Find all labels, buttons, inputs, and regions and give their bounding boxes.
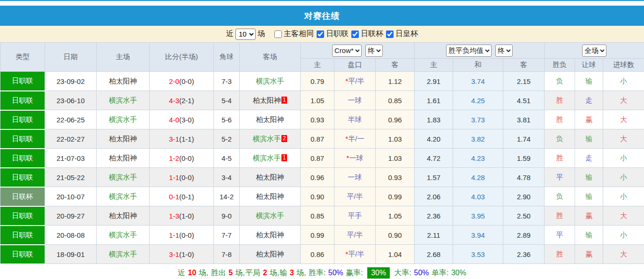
summary-segment: 场, xyxy=(233,268,245,278)
subcol-mean-away: 客 xyxy=(503,59,545,72)
away-odds: 1.04 xyxy=(376,245,415,264)
away-team-name: 横滨水手 xyxy=(253,154,281,162)
full-time-score: 4-3 xyxy=(169,97,179,105)
half-time-score: (0-0) xyxy=(179,231,194,239)
bookmaker-select[interactable]: Crow* xyxy=(332,45,362,57)
corner-score: 7-8 xyxy=(214,245,240,264)
same-home-away-checkbox[interactable] xyxy=(274,30,282,38)
mean-away-odds: 1.59 xyxy=(503,149,545,168)
summary-segment: 场, xyxy=(197,268,210,278)
league-toggle-league-cup[interactable]: 日联杯 xyxy=(350,29,383,39)
full-time-score: 4-0 xyxy=(169,116,179,124)
summary-segment: 30% xyxy=(367,267,390,279)
mean-select-group: 胜平负均值 终 xyxy=(415,43,545,59)
result-winloss: 胜 xyxy=(545,206,575,226)
away-team-cell: 柏太阳神 xyxy=(240,110,301,129)
match-row: 日职联 23-06-10 横滨水手 4-3(2-1) 5-4 柏太阳神1 1.0… xyxy=(0,91,644,110)
mean-type-select[interactable]: 胜平负均值 xyxy=(446,45,492,57)
mean-draw-odds: 4.03 xyxy=(453,187,503,206)
home-odds: 0.85 xyxy=(301,206,334,226)
handicap-line: 平/半 xyxy=(348,77,364,85)
section-title-bar: 对赛往绩 xyxy=(0,6,644,26)
away-odds: 0.96 xyxy=(376,110,415,129)
recent-count-select[interactable]: 10 xyxy=(235,29,256,40)
mean-draw-odds: 3.74 xyxy=(453,72,503,91)
away-team-name: 柏太阳神 xyxy=(256,231,284,239)
away-team-name: 横滨水手 xyxy=(256,211,284,219)
col-header-date: 日期 xyxy=(45,43,97,72)
half-time-score: (3-0) xyxy=(179,116,194,124)
full-time-score: 2-0 xyxy=(169,77,179,85)
subcol-winloss: 胜负 xyxy=(545,59,575,72)
col-header-corner: 角球 xyxy=(214,43,240,72)
mean-draw-odds: 3.82 xyxy=(453,129,503,149)
away-team-cell: 横滨水手 xyxy=(240,206,301,226)
home-team-name: 柏太阳神 xyxy=(109,135,137,143)
league-toggle-j1[interactable]: 日职联 xyxy=(316,29,349,39)
away-team-cell: 柏太阳神 xyxy=(240,187,301,206)
result-goals: 小 xyxy=(603,72,644,91)
mean-home-odds: 1.83 xyxy=(415,110,453,129)
mean-away-odds: 2.89 xyxy=(503,226,545,245)
result-goals: 大 xyxy=(603,110,644,129)
result-winloss: 胜 xyxy=(545,149,575,168)
home-odds: 0.96 xyxy=(301,168,334,187)
home-team-name: 横滨水手 xyxy=(109,115,137,123)
away-red-card-badge: 2 xyxy=(281,135,288,142)
home-team-cell: 柏太阳神 xyxy=(97,149,150,168)
away-odds: 0.85 xyxy=(376,91,415,110)
col-header-type: 类型 xyxy=(0,43,45,72)
half-time-score: (0-0) xyxy=(179,77,194,85)
away-odds: 1.12 xyxy=(376,72,415,91)
home-team-name: 横滨水手 xyxy=(109,173,137,181)
handicap-line: 一球 xyxy=(348,173,362,181)
league-checkbox-j1[interactable] xyxy=(317,30,324,38)
away-team-name: 柏太阳神 xyxy=(253,96,281,104)
summary-segment: 胜出 xyxy=(211,268,228,278)
league-badge: 日职联 xyxy=(0,110,45,129)
result-scope-select[interactable]: 全场 xyxy=(582,45,606,57)
odds-state-select[interactable]: 终 xyxy=(365,45,383,57)
mean-away-odds: 3.81 xyxy=(503,110,545,129)
match-row: 日职联 22-02-27 柏太阳神 3-1(1-1) 5-2 横滨水手2 0.8… xyxy=(0,129,644,149)
result-handicap: 输 xyxy=(575,72,603,91)
result-goals: 大 xyxy=(603,129,644,149)
result-goals: 小 xyxy=(603,168,644,187)
mean-draw-odds: 4.28 xyxy=(453,168,503,187)
corner-score: 4-5 xyxy=(214,149,240,168)
league-toggle-emperor-cup[interactable]: 日皇杯 xyxy=(385,29,418,39)
league-checkbox-emperor-cup[interactable] xyxy=(386,30,394,38)
half-time-score: (1-0) xyxy=(179,212,194,220)
home-team-cell: 横滨水手 xyxy=(97,168,150,187)
result-handicap: 输 xyxy=(575,187,603,206)
mean-away-odds: 1.74 xyxy=(503,129,545,149)
filter-bar: 近 10 场 主客相同 日职联 日联杯 日皇杯 xyxy=(0,26,644,42)
half-time-score: (0-1) xyxy=(179,193,194,201)
league-label-league-cup: 日联杯 xyxy=(361,29,383,39)
col-header-away: 客场 xyxy=(240,43,301,72)
summary-segment: 大率: xyxy=(392,268,413,278)
match-date: 22-06-25 xyxy=(45,110,97,129)
mean-away-odds: 4.51 xyxy=(503,91,545,110)
same-home-away-toggle[interactable]: 主客相同 xyxy=(273,29,314,39)
matchup-history-panel: 对赛往绩 近 10 场 主客相同 日职联 日联杯 日皇杯 xyxy=(0,0,644,279)
home-team-name: 横滨水手 xyxy=(109,192,137,200)
away-team-cell: 柏太阳神 xyxy=(240,168,301,187)
away-odds: 1.03 xyxy=(376,129,415,149)
result-handicap: 输 xyxy=(575,168,603,187)
match-row: 日职联 21-05-22 横滨水手 1-1(0-0) 3-4 柏太阳神 0.96… xyxy=(0,168,644,187)
corner-score: 5-4 xyxy=(214,91,240,110)
mean-draw-odds: 3.53 xyxy=(453,245,503,264)
handicap-cell: 平手 xyxy=(334,206,376,226)
result-handicap: 赢 xyxy=(575,206,603,226)
league-checkbox-league-cup[interactable] xyxy=(351,30,359,38)
score-cell: 3-1(1-0) xyxy=(150,245,214,264)
result-winloss: 胜 xyxy=(545,110,575,129)
handicap-cell: *平/半 xyxy=(334,245,376,264)
match-date: 23-09-02 xyxy=(45,72,97,91)
handicap-line: 一球 xyxy=(349,154,363,162)
result-goals: 小 xyxy=(603,187,644,206)
mean-state-select[interactable]: 终 xyxy=(495,45,513,57)
away-team-name: 柏太阳神 xyxy=(256,250,284,258)
summary-segment: 近 xyxy=(178,268,187,278)
